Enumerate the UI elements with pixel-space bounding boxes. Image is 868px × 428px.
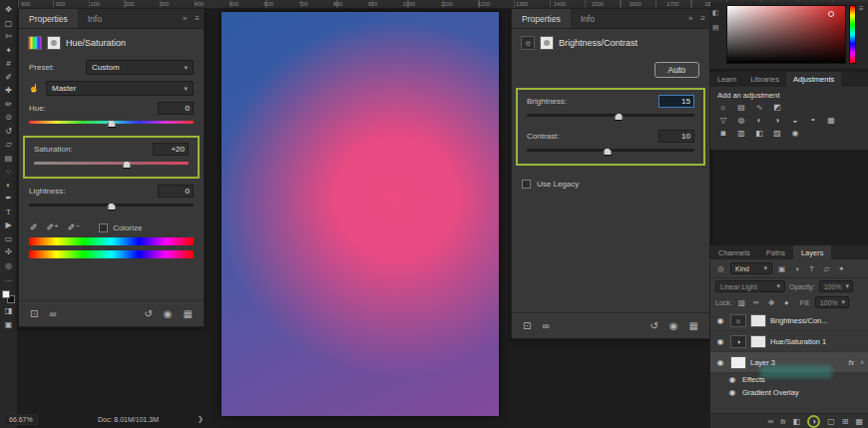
delete-layer-icon[interactable]: ▦ bbox=[855, 417, 863, 426]
delete-icon[interactable]: ▦ bbox=[184, 308, 193, 319]
tab-paths[interactable]: Paths bbox=[758, 245, 793, 259]
filter-adjustment-layers-icon[interactable]: ◑ bbox=[791, 264, 802, 273]
hue-strip[interactable] bbox=[849, 5, 856, 64]
hue-value-field[interactable]: 0 bbox=[158, 102, 194, 115]
clip-to-layer-icon[interactable]: ⊡ bbox=[30, 308, 38, 319]
tab-layers[interactable]: Layers bbox=[793, 245, 832, 259]
tool-move[interactable]: ✥ bbox=[2, 5, 16, 15]
tool-dodge[interactable]: ◐ bbox=[2, 181, 16, 191]
adjustment-icon-posterize[interactable]: ▥ bbox=[735, 129, 747, 139]
adjustment-icon-hue-saturation[interactable]: ◍ bbox=[735, 116, 747, 126]
adjustment-icon-brightness-contrast[interactable]: ☼ bbox=[717, 103, 729, 113]
tool-clone-stamp[interactable]: ⊙ bbox=[2, 113, 16, 123]
tab-properties[interactable]: Properties bbox=[512, 9, 571, 28]
panel-menu-icon[interactable]: ≡ bbox=[191, 9, 204, 28]
color-ramp-icon[interactable]: ▤ bbox=[712, 24, 719, 32]
tab-info[interactable]: Info bbox=[571, 9, 605, 28]
tool-hand[interactable]: ✣ bbox=[2, 247, 16, 257]
targeted-adjustment-icon[interactable]: ☝ bbox=[29, 84, 39, 93]
collapse-effects-icon[interactable]: ˄ bbox=[860, 359, 864, 366]
eyedropper-subtract-icon[interactable]: ✐⁻ bbox=[68, 222, 80, 232]
preset-select[interactable]: Custom ▾ bbox=[86, 60, 194, 75]
saturation-slider-track[interactable] bbox=[34, 162, 189, 165]
visibility-icon[interactable]: ◉ bbox=[164, 308, 173, 319]
channel-select[interactable]: Master ▾ bbox=[46, 81, 194, 96]
edit-toolbar-icon[interactable]: … bbox=[2, 274, 16, 284]
filter-pixel-layers-icon[interactable]: ▣ bbox=[776, 264, 787, 273]
collapse-panel-icon[interactable]: » bbox=[684, 9, 696, 28]
link-layers-icon[interactable]: ∞ bbox=[767, 417, 773, 426]
tool-type[interactable]: T bbox=[2, 208, 16, 217]
hue-slider[interactable] bbox=[29, 117, 194, 129]
lightness-value-field[interactable]: 0 bbox=[158, 185, 194, 198]
foreground-color-swatch[interactable] bbox=[2, 290, 10, 298]
layer-name[interactable]: Brightness/Con... bbox=[770, 316, 864, 325]
adjustment-icon-invert[interactable]: ◙ bbox=[717, 129, 729, 139]
visibility-icon[interactable]: ◉ bbox=[669, 320, 678, 331]
tab-channels[interactable]: Channels bbox=[710, 245, 758, 259]
canvas[interactable] bbox=[221, 12, 499, 416]
layer-row-hue-saturation[interactable]: ◉ ◑ Hue/Saturation 1 bbox=[710, 331, 868, 352]
tool-crop[interactable]: # bbox=[2, 59, 16, 69]
brightness-slider[interactable] bbox=[527, 110, 694, 122]
visibility-eye-icon[interactable]: ◉ bbox=[726, 388, 738, 397]
visibility-eye-icon[interactable]: ◉ bbox=[714, 316, 726, 325]
lightness-slider[interactable] bbox=[29, 200, 194, 212]
tool-blur[interactable]: ◌ bbox=[2, 167, 16, 177]
adjustment-icon-vibrance[interactable]: ▽ bbox=[717, 116, 729, 126]
color-sliders-icon[interactable]: ◧ bbox=[712, 9, 719, 17]
lock-pixels-icon[interactable]: ✏ bbox=[751, 298, 762, 307]
quick-mask-icon[interactable]: ◨ bbox=[2, 306, 16, 316]
tool-spot-healing[interactable]: ✚ bbox=[2, 86, 16, 96]
fill-field[interactable]: 100% ▾ bbox=[815, 296, 849, 308]
previous-state-icon[interactable]: ∞ bbox=[49, 308, 56, 319]
add-mask-icon[interactable]: ◧ bbox=[793, 417, 801, 426]
adjustment-layer-thumbnail[interactable]: ◑ bbox=[730, 335, 746, 348]
layer-name[interactable]: Hue/Saturation 1 bbox=[770, 337, 864, 346]
layer-row-brightness-contrast[interactable]: ◉ ☼ Brightness/Con... bbox=[710, 310, 868, 331]
adjustment-icon-photo-filter[interactable]: ◒ bbox=[789, 116, 801, 126]
lock-all-icon[interactable]: ● bbox=[781, 298, 792, 307]
adjustment-icon-exposure[interactable]: ◩ bbox=[771, 103, 783, 113]
gradient-overlay-label[interactable]: Gradient Overlay bbox=[742, 388, 864, 397]
layer-mask-thumbnail[interactable] bbox=[750, 314, 766, 327]
layer-row-gradient-overlay[interactable]: ◉ Gradient Overlay bbox=[710, 386, 868, 399]
adjustment-icon-color-lookup[interactable]: ▦ bbox=[825, 116, 837, 126]
tool-brush[interactable]: ✏ bbox=[2, 100, 16, 110]
tab-properties[interactable]: Properties bbox=[19, 9, 78, 28]
clip-to-layer-icon[interactable]: ⊡ bbox=[523, 320, 531, 331]
adjustment-icon-gradient-map[interactable]: ▨ bbox=[771, 129, 783, 139]
adjustment-icon-curves[interactable]: ∿ bbox=[753, 103, 765, 113]
new-adjustment-layer-icon[interactable]: ◑ bbox=[811, 417, 816, 426]
visibility-eye-icon[interactable]: ◉ bbox=[726, 375, 738, 384]
tab-info[interactable]: Info bbox=[78, 9, 112, 28]
status-arrow-icon[interactable]: ❯ bbox=[198, 415, 204, 423]
previous-state-icon[interactable]: ∞ bbox=[542, 320, 549, 331]
tool-pen[interactable]: ✒ bbox=[2, 194, 16, 204]
layer-style-icon[interactable]: fx bbox=[780, 418, 785, 425]
panel-menu-icon[interactable]: ≡ bbox=[696, 9, 709, 28]
tool-eyedropper[interactable]: ✐ bbox=[2, 73, 16, 83]
visibility-eye-icon[interactable]: ◉ bbox=[714, 337, 726, 346]
color-field-marker[interactable] bbox=[828, 11, 834, 17]
tool-gradient[interactable]: ▤ bbox=[2, 154, 16, 164]
layer-thumbnail[interactable] bbox=[730, 356, 746, 369]
collapse-panel-icon[interactable]: » bbox=[179, 9, 191, 28]
filter-shape-layers-icon[interactable]: ▱ bbox=[821, 264, 832, 273]
brightness-slider-track[interactable] bbox=[527, 114, 694, 117]
kind-select[interactable]: Kind ▾ bbox=[730, 262, 772, 274]
reset-icon[interactable]: ↺ bbox=[144, 308, 152, 319]
eyedropper-add-icon[interactable]: ✐⁺ bbox=[47, 222, 59, 232]
opacity-field[interactable]: 100% ▾ bbox=[819, 280, 853, 292]
new-group-icon[interactable]: ▢ bbox=[827, 417, 835, 426]
eyedropper-icon[interactable]: ✐ bbox=[30, 222, 38, 232]
visibility-eye-icon[interactable]: ◉ bbox=[714, 358, 726, 367]
saturation-value-field[interactable]: +20 bbox=[153, 143, 189, 156]
adjustment-layer-thumbnail[interactable]: ☼ bbox=[730, 314, 746, 327]
tool-eraser[interactable]: ▱ bbox=[2, 140, 16, 150]
saturation-slider[interactable] bbox=[34, 158, 189, 170]
adjustment-icon-selective-color[interactable]: ◉ bbox=[789, 129, 801, 139]
delete-icon[interactable]: ▦ bbox=[689, 320, 698, 331]
adjustment-icon-color-balance[interactable]: ◐ bbox=[753, 116, 765, 126]
filter-type-layers-icon[interactable]: T bbox=[806, 264, 817, 273]
